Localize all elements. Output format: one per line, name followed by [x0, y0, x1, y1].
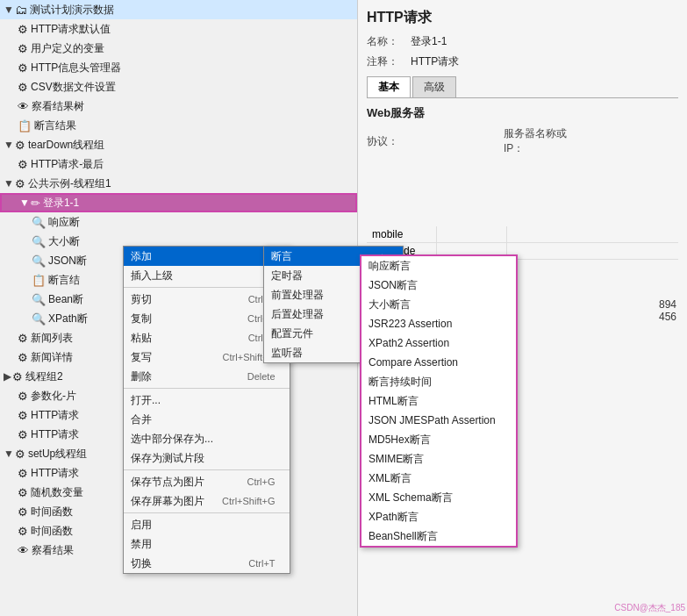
expand-arrow: ▼: [4, 448, 14, 460]
tree-item-view-tree[interactable]: 👁 察看结果树: [0, 97, 357, 116]
param-value: [437, 226, 507, 242]
listener-icon: 👁: [18, 544, 29, 557]
tree-item-label: 断言结果: [34, 118, 76, 133]
menu-item-disable[interactable]: 禁用: [124, 534, 290, 554]
assertion-label: MD5Hex断言: [369, 433, 431, 448]
tab-advanced[interactable]: 高级: [412, 76, 456, 97]
tree-item-label: HTTP请求: [31, 466, 79, 481]
assertion-label: XPath断言: [369, 510, 419, 525]
menu-label: 启用: [131, 518, 152, 533]
menu-label: 粘贴: [131, 331, 152, 346]
tree-item-root[interactable]: ▼ 🗂 测试计划演示数据: [0, 0, 357, 19]
menu-item-save-selection[interactable]: 选中部分保存为...: [124, 429, 290, 448]
tab-basic[interactable]: 基本: [367, 76, 411, 97]
assertion-item-jmespath[interactable]: JSON JMESPath Assertion: [361, 411, 516, 430]
tree-item-label: HTTP请求默认值: [31, 22, 111, 37]
expand-arrow: ▼: [19, 197, 30, 209]
tree-item-label: Bean断: [48, 292, 83, 307]
menu-label: 监听器: [271, 346, 303, 361]
assertion-item-duration[interactable]: 断言持续时间: [361, 372, 516, 391]
assert-icon: 🔍: [32, 312, 46, 326]
tree-item-label: 响应断: [48, 215, 80, 230]
config-icon: ⚙: [18, 525, 28, 538]
tree-item-label: HTTP信息头管理器: [31, 61, 121, 75]
assertion-item-response[interactable]: 响应断言: [361, 256, 516, 276]
assertion-item-jsr223[interactable]: JSR223 Assertion: [361, 314, 516, 333]
tree-item-label: JSON断: [48, 254, 87, 269]
tree-item-user-vars[interactable]: ⚙ 用户定义的变量: [0, 39, 357, 58]
menu-item-save-node-img[interactable]: 保存节点为图片 Ctrl+G: [124, 472, 290, 491]
menu-label: 保存节点为图片: [131, 475, 204, 490]
assertion-label: BeanShell断言: [369, 529, 438, 544]
tree-item-http-last[interactable]: ⚙ HTTP请求-最后: [0, 154, 357, 174]
assert-icon: 🔍: [32, 293, 46, 306]
tree-item-public-group[interactable]: ▼ ⚙ 公共示例-线程组1: [0, 174, 357, 193]
assertion-label: SMIME断言: [369, 452, 424, 467]
assertion-item-md5hex[interactable]: MD5Hex断言: [361, 430, 516, 449]
assertion-item-beanshell[interactable]: BeanShell断言: [361, 526, 516, 546]
sampler-icon: ⚙: [18, 428, 28, 441]
expand-arrow: ▶: [4, 370, 11, 383]
assertion-item-html[interactable]: HTML断言: [361, 391, 516, 411]
comment-row: 注释： HTTP请求: [367, 54, 678, 69]
menu-item-delete[interactable]: 删除 Delete: [124, 367, 290, 386]
tree-item-label: 新闻列表: [31, 331, 73, 346]
listener-icon: 📋: [32, 274, 46, 287]
tree-item-response-assert[interactable]: 🔍 响应断: [0, 212, 357, 232]
tree-item-assert-result[interactable]: 📋 断言结果: [0, 116, 357, 135]
menu-label: 复写: [131, 350, 152, 365]
menu-shortcut: Delete: [247, 371, 276, 382]
menu-label: 合并: [131, 412, 152, 427]
tree-item-label: HTTP请求-最后: [31, 157, 104, 172]
menu-label: 前置处理器: [271, 288, 324, 303]
tree-item-label: 公共示例-线程组1: [28, 176, 111, 191]
tree-item-label: 断言结: [48, 273, 80, 288]
sampler-icon: ⚙: [18, 332, 28, 345]
tree-item-http-default[interactable]: ⚙ HTTP请求默认值: [0, 19, 357, 39]
assertion-item-xpath[interactable]: XPath断言: [361, 507, 516, 526]
config-icon: ⚙: [18, 61, 28, 75]
tree-item-label: 参数化-片: [31, 389, 76, 404]
threadgroup-icon: ⚙: [15, 139, 25, 152]
menu-label: 配置元件: [271, 326, 313, 341]
menu-item-merge[interactable]: 合并: [124, 410, 290, 429]
assertion-item-xml[interactable]: XML断言: [361, 469, 516, 488]
name-row: 名称： 登录1-1: [367, 34, 678, 49]
assertion-item-compare[interactable]: Compare Assertion: [361, 353, 516, 372]
tree-item-login11[interactable]: ▼ ✏ 登录1-1: [0, 193, 357, 212]
tree-item-label: 新闻详情: [31, 350, 73, 365]
tree-item-label: XPath断: [48, 312, 88, 326]
menu-separator: [124, 512, 290, 513]
menu-item-enable[interactable]: 启用: [124, 515, 290, 534]
assertion-submenu: 响应断言 JSON断言 大小断言 JSR223 Assertion XPath2…: [360, 254, 518, 548]
tree-item-label: 线程组2: [25, 369, 63, 384]
config-icon: ⚙: [18, 505, 28, 519]
menu-separator: [124, 469, 290, 470]
menu-item-open[interactable]: 打开...: [124, 390, 290, 410]
tree-item-csv[interactable]: ⚙ CSV数据文件设置: [0, 77, 357, 97]
assertion-item-xmlschema[interactable]: XML Schema断言: [361, 488, 516, 507]
param-row-mobile: mobile: [367, 226, 678, 243]
assertion-label: HTML断言: [369, 394, 419, 409]
assertion-item-size[interactable]: 大小断言: [361, 295, 516, 314]
assertion-item-smime[interactable]: SMIME断言: [361, 449, 516, 469]
assert-icon: 🔍: [32, 235, 46, 248]
menu-item-save-fragment[interactable]: 保存为测试片段: [124, 448, 290, 468]
comment-value: HTTP请求: [411, 54, 459, 69]
sampler-icon: ⚙: [18, 351, 28, 364]
assertion-label: XPath2 Assertion: [369, 337, 449, 349]
config-icon: ⚙: [18, 81, 28, 94]
assertion-item-xpath2[interactable]: XPath2 Assertion: [361, 333, 516, 353]
tree-item-teardown[interactable]: ▼ ⚙ tearDown线程组: [0, 135, 357, 154]
assertion-label: 断言持续时间: [369, 375, 432, 390]
menu-label: 禁用: [131, 537, 152, 552]
tree-item-http-header[interactable]: ⚙ HTTP信息头管理器: [0, 58, 357, 77]
tree-item-label: 随机数变量: [31, 485, 83, 500]
config-icon: ⚙: [18, 23, 28, 36]
menu-label: 保存屏幕为图片: [131, 494, 204, 509]
menu-item-save-screen-img[interactable]: 保存屏幕为图片 Ctrl+Shift+G: [124, 491, 290, 511]
tree-item-label: tearDown线程组: [28, 138, 104, 153]
assertion-item-json[interactable]: JSON断言: [361, 276, 516, 295]
menu-item-toggle[interactable]: 切换 Ctrl+T: [124, 554, 290, 573]
menu-shortcut: Ctrl+Shift+G: [222, 496, 276, 506]
